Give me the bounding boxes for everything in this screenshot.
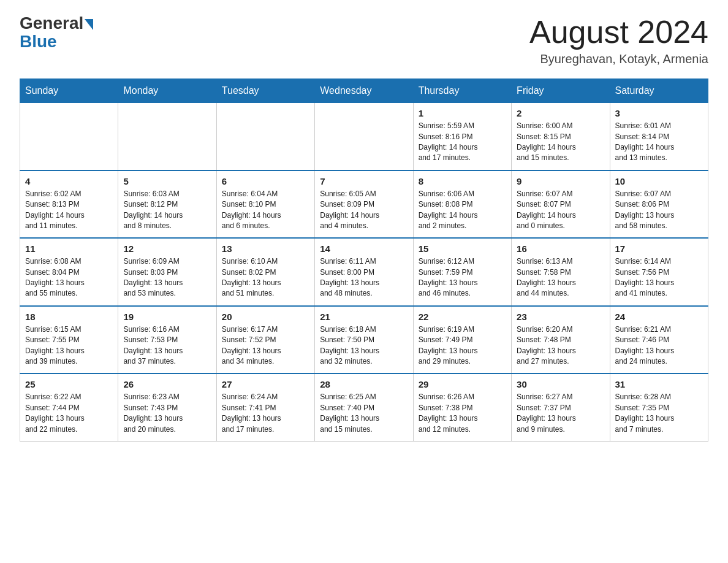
day-number: 9	[517, 176, 604, 186]
calendar-cell: 8Sunrise: 6:06 AMSunset: 8:08 PMDaylight…	[413, 170, 511, 239]
day-info: Sunrise: 6:12 AMSunset: 7:59 PMDaylight:…	[419, 256, 506, 299]
calendar-cell: 5Sunrise: 6:03 AMSunset: 8:12 PMDaylight…	[118, 170, 216, 239]
day-number: 4	[25, 176, 113, 186]
calendar-week-row: 1Sunrise: 5:59 AMSunset: 8:16 PMDaylight…	[20, 103, 708, 170]
day-info: Sunrise: 6:09 AMSunset: 8:03 PMDaylight:…	[123, 256, 211, 299]
calendar-cell: 25Sunrise: 6:22 AMSunset: 7:44 PMDayligh…	[20, 373, 118, 441]
day-info: Sunrise: 6:11 AMSunset: 8:00 PMDaylight:…	[320, 256, 408, 299]
day-info: Sunrise: 6:26 AMSunset: 7:38 PMDaylight:…	[419, 392, 506, 435]
day-number: 21	[320, 312, 408, 322]
day-info: Sunrise: 6:02 AMSunset: 8:13 PMDaylight:…	[25, 189, 113, 232]
day-number: 29	[419, 379, 506, 389]
weekday-header-thursday: Thursday	[413, 79, 511, 103]
calendar-cell: 9Sunrise: 6:07 AMSunset: 8:07 PMDaylight…	[512, 170, 610, 239]
day-info: Sunrise: 6:20 AMSunset: 7:48 PMDaylight:…	[517, 324, 604, 367]
calendar-cell: 1Sunrise: 5:59 AMSunset: 8:16 PMDaylight…	[413, 103, 511, 170]
day-info: Sunrise: 6:18 AMSunset: 7:50 PMDaylight:…	[320, 324, 408, 367]
day-number: 28	[320, 379, 408, 389]
logo-arrow-icon	[85, 19, 93, 30]
calendar-cell: 20Sunrise: 6:17 AMSunset: 7:52 PMDayligh…	[216, 306, 314, 374]
day-number: 27	[222, 379, 309, 389]
page-header: General Blue August 2024 Byureghavan, Ko…	[20, 15, 708, 66]
day-number: 11	[25, 243, 113, 254]
day-number: 19	[123, 312, 211, 322]
day-number: 7	[320, 176, 408, 186]
day-number: 30	[517, 379, 604, 389]
location-label: Byureghavan, Kotayk, Armenia	[529, 52, 708, 66]
day-info: Sunrise: 6:04 AMSunset: 8:10 PMDaylight:…	[222, 189, 309, 232]
day-number: 15	[419, 243, 506, 254]
day-number: 10	[615, 176, 703, 186]
day-info: Sunrise: 6:21 AMSunset: 7:46 PMDaylight:…	[615, 324, 703, 367]
day-info: Sunrise: 6:22 AMSunset: 7:44 PMDaylight:…	[25, 392, 113, 435]
day-info: Sunrise: 6:14 AMSunset: 7:56 PMDaylight:…	[615, 256, 703, 299]
day-number: 2	[517, 108, 604, 118]
calendar-cell	[118, 103, 216, 170]
day-info: Sunrise: 6:13 AMSunset: 7:58 PMDaylight:…	[517, 256, 604, 299]
day-info: Sunrise: 6:03 AMSunset: 8:12 PMDaylight:…	[123, 189, 211, 232]
calendar-cell: 7Sunrise: 6:05 AMSunset: 8:09 PMDaylight…	[315, 170, 413, 239]
calendar-week-row: 11Sunrise: 6:08 AMSunset: 8:04 PMDayligh…	[20, 238, 708, 306]
calendar-week-row: 25Sunrise: 6:22 AMSunset: 7:44 PMDayligh…	[20, 373, 708, 441]
calendar-cell: 31Sunrise: 6:28 AMSunset: 7:35 PMDayligh…	[610, 373, 708, 441]
day-number: 5	[123, 176, 211, 186]
day-info: Sunrise: 6:01 AMSunset: 8:14 PMDaylight:…	[615, 121, 703, 164]
day-number: 26	[123, 379, 211, 389]
day-info: Sunrise: 6:15 AMSunset: 7:55 PMDaylight:…	[25, 324, 113, 367]
day-info: Sunrise: 6:23 AMSunset: 7:43 PMDaylight:…	[123, 392, 211, 435]
day-info: Sunrise: 6:24 AMSunset: 7:41 PMDaylight:…	[222, 392, 309, 435]
day-number: 14	[320, 243, 408, 254]
calendar-week-row: 4Sunrise: 6:02 AMSunset: 8:13 PMDaylight…	[20, 170, 708, 239]
calendar-cell	[20, 103, 118, 170]
day-number: 20	[222, 312, 309, 322]
day-number: 13	[222, 243, 309, 254]
weekday-header-wednesday: Wednesday	[315, 79, 413, 103]
calendar-cell: 10Sunrise: 6:07 AMSunset: 8:06 PMDayligh…	[610, 170, 708, 239]
day-info: Sunrise: 6:05 AMSunset: 8:09 PMDaylight:…	[320, 189, 408, 232]
calendar-cell: 2Sunrise: 6:00 AMSunset: 8:15 PMDaylight…	[512, 103, 610, 170]
calendar-cell: 24Sunrise: 6:21 AMSunset: 7:46 PMDayligh…	[610, 306, 708, 374]
weekday-header-saturday: Saturday	[610, 79, 708, 103]
calendar-cell: 27Sunrise: 6:24 AMSunset: 7:41 PMDayligh…	[216, 373, 314, 441]
day-number: 31	[615, 379, 703, 389]
calendar-cell: 18Sunrise: 6:15 AMSunset: 7:55 PMDayligh…	[20, 306, 118, 374]
day-number: 18	[25, 312, 113, 322]
day-info: Sunrise: 6:17 AMSunset: 7:52 PMDaylight:…	[222, 324, 309, 367]
calendar-cell: 6Sunrise: 6:04 AMSunset: 8:10 PMDaylight…	[216, 170, 314, 239]
day-number: 16	[517, 243, 604, 254]
day-info: Sunrise: 6:07 AMSunset: 8:07 PMDaylight:…	[517, 189, 604, 232]
calendar-cell: 23Sunrise: 6:20 AMSunset: 7:48 PMDayligh…	[512, 306, 610, 374]
day-number: 22	[419, 312, 506, 322]
calendar-cell: 17Sunrise: 6:14 AMSunset: 7:56 PMDayligh…	[610, 238, 708, 306]
calendar-header-row: SundayMondayTuesdayWednesdayThursdayFrid…	[20, 79, 708, 103]
calendar-cell	[216, 103, 314, 170]
day-number: 12	[123, 243, 211, 254]
day-number: 23	[517, 312, 604, 322]
calendar-cell: 19Sunrise: 6:16 AMSunset: 7:53 PMDayligh…	[118, 306, 216, 374]
calendar-cell	[315, 103, 413, 170]
calendar-table: SundayMondayTuesdayWednesdayThursdayFrid…	[20, 79, 708, 442]
weekday-header-monday: Monday	[118, 79, 216, 103]
day-info: Sunrise: 6:07 AMSunset: 8:06 PMDaylight:…	[615, 189, 703, 232]
calendar-cell: 4Sunrise: 6:02 AMSunset: 8:13 PMDaylight…	[20, 170, 118, 239]
day-number: 6	[222, 176, 309, 186]
calendar-cell: 3Sunrise: 6:01 AMSunset: 8:14 PMDaylight…	[610, 103, 708, 170]
calendar-cell: 22Sunrise: 6:19 AMSunset: 7:49 PMDayligh…	[413, 306, 511, 374]
calendar-cell: 28Sunrise: 6:25 AMSunset: 7:40 PMDayligh…	[315, 373, 413, 441]
calendar-cell: 14Sunrise: 6:11 AMSunset: 8:00 PMDayligh…	[315, 238, 413, 306]
day-info: Sunrise: 6:10 AMSunset: 8:02 PMDaylight:…	[222, 256, 309, 299]
day-number: 1	[419, 108, 506, 118]
calendar-cell: 13Sunrise: 6:10 AMSunset: 8:02 PMDayligh…	[216, 238, 314, 306]
calendar-cell: 29Sunrise: 6:26 AMSunset: 7:38 PMDayligh…	[413, 373, 511, 441]
day-info: Sunrise: 6:25 AMSunset: 7:40 PMDaylight:…	[320, 392, 408, 435]
calendar-cell: 16Sunrise: 6:13 AMSunset: 7:58 PMDayligh…	[512, 238, 610, 306]
title-block: August 2024 Byureghavan, Kotayk, Armenia	[529, 15, 708, 66]
calendar-week-row: 18Sunrise: 6:15 AMSunset: 7:55 PMDayligh…	[20, 306, 708, 374]
day-info: Sunrise: 5:59 AMSunset: 8:16 PMDaylight:…	[419, 121, 506, 164]
day-number: 3	[615, 108, 703, 118]
calendar-cell: 15Sunrise: 6:12 AMSunset: 7:59 PMDayligh…	[413, 238, 511, 306]
calendar-cell: 11Sunrise: 6:08 AMSunset: 8:04 PMDayligh…	[20, 238, 118, 306]
calendar-cell: 26Sunrise: 6:23 AMSunset: 7:43 PMDayligh…	[118, 373, 216, 441]
day-info: Sunrise: 6:16 AMSunset: 7:53 PMDaylight:…	[123, 324, 211, 367]
day-info: Sunrise: 6:28 AMSunset: 7:35 PMDaylight:…	[615, 392, 703, 435]
